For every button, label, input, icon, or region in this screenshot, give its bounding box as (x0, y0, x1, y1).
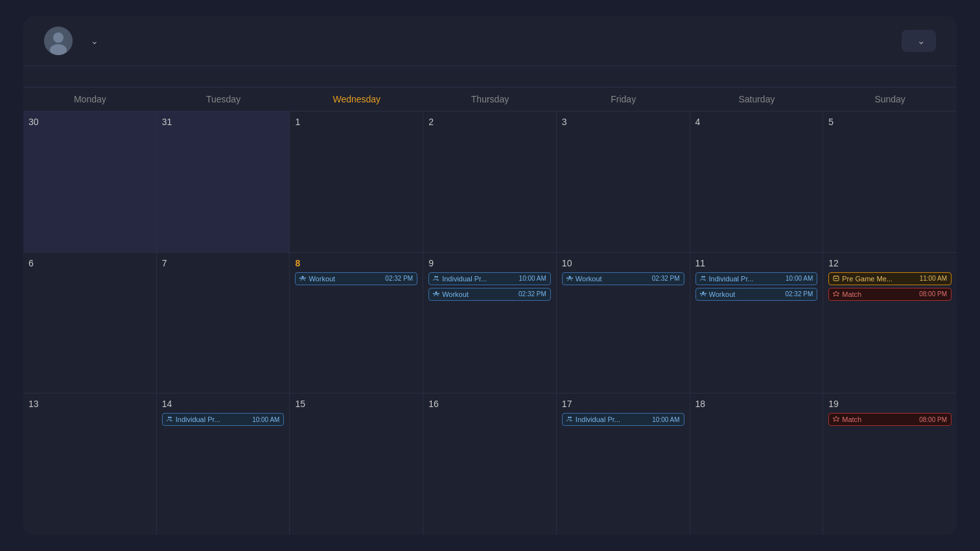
nav-bar (23, 66, 957, 88)
calendar-cell-5[interactable]: 5 (823, 111, 957, 252)
calendar-cell-18[interactable]: 18 (690, 393, 824, 535)
event-time: 02:32 PM (652, 275, 680, 282)
svg-point-17 (570, 417, 572, 419)
svg-point-7 (568, 276, 570, 277)
svg-point-5 (436, 276, 438, 277)
workout-icon (700, 290, 706, 298)
date-number: 16 (428, 399, 551, 409)
date-number: 9 (428, 258, 551, 268)
event-match-1[interactable]: Match08:00 PM (828, 288, 951, 301)
date-number: 3 (562, 117, 684, 127)
event-time: 02:32 PM (785, 290, 813, 298)
date-number: 19 (828, 399, 951, 409)
event-name: Workout (442, 290, 469, 298)
event-time: 10:00 AM (786, 275, 813, 282)
date-number: 15 (295, 399, 417, 409)
next-month-button[interactable] (75, 74, 86, 79)
svg-point-9 (703, 276, 705, 277)
calendar-row-0: 303112345 (23, 111, 957, 253)
event-time: 02:32 PM (385, 275, 413, 282)
date-number: 31 (162, 117, 285, 127)
date-number: 8 (295, 258, 417, 268)
event-workout-1[interactable]: Workout02:32 PM (428, 288, 551, 301)
calendar-cell-10[interactable]: 10Workout02:32 PM (557, 253, 690, 393)
svg-point-16 (568, 417, 570, 419)
calendar-grid: 303112345678Workout02:32 PM9Individual P… (23, 111, 957, 535)
calendar-cell-13[interactable]: 13 (23, 393, 157, 535)
event-name: Workout (309, 275, 335, 283)
match-icon (833, 290, 839, 298)
event-workout-0[interactable]: Workout02:32 PM (295, 272, 417, 285)
event-individual-0[interactable]: Individual Pr...10:00 AM (162, 413, 285, 426)
calendar-cell-14[interactable]: 14Individual Pr...10:00 AM (157, 393, 290, 535)
day-headers: MondayTuesdayWednesdayThursdayFridaySatu… (23, 88, 957, 111)
date-number: 7 (162, 258, 285, 268)
event-individual-0[interactable]: Individual Pr...10:00 AM (562, 413, 684, 426)
calendar-cell-8[interactable]: 8Workout02:32 PM (290, 253, 423, 393)
team-selector[interactable]: ⌄ (902, 30, 936, 52)
event-name: Match (842, 290, 861, 298)
event-individual-0[interactable]: Individual Pr...10:00 AM (428, 272, 551, 285)
calendar-cell-19[interactable]: 19Match08:00 PM (823, 393, 957, 535)
monthly-view-button[interactable] (910, 74, 920, 79)
user-info[interactable]: ⌄ (44, 27, 99, 55)
day-header-monday: Monday (23, 88, 157, 111)
calendar-cell-9[interactable]: 9Individual Pr...10:00 AMWorkout02:32 PM (423, 253, 557, 393)
calendar-cell-31[interactable]: 31 (157, 111, 290, 252)
date-number: 18 (695, 399, 818, 409)
day-header-tuesday: Tuesday (157, 88, 290, 111)
pregame-icon (833, 275, 839, 283)
event-individual-0[interactable]: Individual Pr...10:00 AM (695, 272, 818, 285)
prev-month-button[interactable] (44, 74, 54, 79)
event-time: 11:00 AM (920, 275, 947, 282)
calendar-cell-2[interactable]: 2 (423, 111, 557, 252)
date-number: 12 (828, 258, 951, 268)
event-time: 08:00 PM (919, 416, 947, 423)
app-container: ⌄ ⌄ MondayTuesdayWednesdayThursdayFriday… (23, 16, 957, 535)
day-header-sunday: Sunday (823, 88, 957, 111)
calendar-cell-12[interactable]: 12Pre Game Me...11:00 AMMatch08:00 PM (823, 253, 957, 393)
calendar-cell-1[interactable]: 1 (290, 111, 423, 252)
date-number: 1 (295, 117, 417, 127)
svg-marker-13 (833, 291, 839, 296)
svg-point-3 (302, 276, 304, 277)
calendar-cell-4[interactable]: 4 (690, 111, 824, 252)
event-name: Individual Pr... (709, 275, 754, 283)
event-time: 10:00 AM (652, 416, 679, 423)
svg-point-6 (436, 291, 438, 293)
weekly-view-button[interactable] (926, 74, 936, 79)
avatar (44, 27, 73, 55)
calendar-cell-7[interactable]: 7 (157, 253, 290, 393)
event-name: Workout (576, 275, 602, 283)
calendar-cell-17[interactable]: 17Individual Pr...10:00 AM (557, 393, 690, 535)
date-number: 13 (29, 399, 151, 409)
date-number: 17 (562, 399, 684, 409)
event-time: 08:00 PM (919, 290, 947, 298)
event-match-0[interactable]: Match08:00 PM (828, 413, 951, 426)
calendar-cell-6[interactable]: 6 (23, 253, 157, 393)
individual-icon (700, 275, 706, 283)
calendar-cell-16[interactable]: 16 (423, 393, 557, 535)
calendar-cell-11[interactable]: 11Individual Pr...10:00 AMWorkout02:32 P… (690, 253, 824, 393)
calendar: MondayTuesdayWednesdayThursdayFridaySatu… (23, 88, 957, 535)
calendar-cell-30[interactable]: 30 (23, 111, 157, 252)
svg-marker-18 (833, 416, 839, 421)
svg-point-8 (701, 276, 703, 277)
event-pregame-0[interactable]: Pre Game Me...11:00 AM (828, 272, 951, 285)
view-switcher (910, 74, 936, 79)
match-icon (833, 416, 839, 423)
individual-icon (167, 416, 173, 423)
event-name: Individual Pr... (176, 416, 220, 423)
event-workout-1[interactable]: Workout02:32 PM (695, 288, 818, 301)
date-number: 4 (695, 117, 818, 127)
event-name: Pre Game Me... (842, 275, 892, 283)
calendar-cell-15[interactable]: 15 (290, 393, 423, 535)
svg-point-14 (168, 417, 170, 419)
header: ⌄ ⌄ (23, 16, 957, 66)
svg-point-15 (170, 417, 172, 419)
date-number: 11 (695, 258, 818, 268)
date-number: 6 (29, 258, 151, 268)
event-workout-0[interactable]: Workout02:32 PM (562, 272, 684, 285)
calendar-row-1: 678Workout02:32 PM9Individual Pr...10:00… (23, 253, 957, 394)
calendar-cell-3[interactable]: 3 (557, 111, 690, 252)
